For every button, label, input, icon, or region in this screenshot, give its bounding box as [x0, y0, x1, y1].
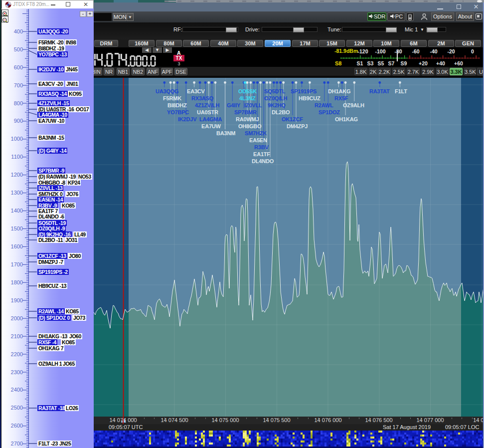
svg-text:BI8DHZ: BI8DHZ — [167, 102, 187, 108]
svg-text:G4IIY: G4IIY — [227, 102, 241, 108]
svg-text:YO7BPC: YO7BPC — [167, 109, 189, 115]
svg-text:-100: -100 — [375, 48, 385, 54]
svg-text:UA0STR: UA0STR — [197, 109, 218, 115]
svg-text:+60: +60 — [454, 60, 463, 66]
svg-text:OH8GBO: OH8GBO — [238, 123, 262, 129]
svg-text:R3BV: R3BV — [254, 144, 269, 150]
svg-text:4L3NZ: 4L3NZ — [239, 95, 256, 101]
svg-text:OK1ZCF: OK1ZCF — [282, 116, 303, 122]
svg-text:S9: S9 — [401, 60, 407, 66]
svg-text:OZ0Q/LH: OZ0Q/LH — [264, 95, 288, 101]
svg-text:-120: -120 — [357, 48, 368, 54]
svg-text:RX5F: RX5F — [334, 95, 348, 101]
svg-text:EA5EN: EA5EN — [249, 137, 267, 143]
svg-text:-80: -80 — [394, 48, 402, 54]
svg-text:S1: S1 — [357, 60, 363, 66]
svg-text:DL2BO: DL2BO — [272, 109, 290, 115]
svg-text:SQ5DTL: SQ5DTL — [264, 88, 286, 94]
svg-text:S7: S7 — [388, 60, 395, 66]
svg-text:EA1TF: EA1TF — [253, 151, 270, 157]
svg-text:0: 0 — [471, 48, 474, 54]
svg-text:BA3NM: BA3NM — [216, 130, 235, 136]
svg-text:DM4ZPJ: DM4ZPJ — [287, 123, 308, 129]
svg-text:SP1DOZ: SP1DOZ — [319, 109, 340, 115]
svg-text:4Z1ZV/LH: 4Z1ZV/LH — [195, 102, 219, 108]
svg-text:SP7BMR: SP7BMR — [234, 109, 257, 115]
svg-text:-40: -40 — [430, 48, 437, 54]
svg-text:IK2DJV: IK2DJV — [178, 116, 197, 122]
svg-text:-20: -20 — [447, 48, 455, 54]
svg-text:RX3ASQ: RX3ASQ — [191, 95, 214, 101]
svg-text:+20: +20 — [419, 60, 428, 66]
svg-text:SM7HZK: SM7HZK — [245, 130, 267, 136]
svg-text:DL4NDO: DL4NDO — [252, 158, 274, 164]
svg-text:OH1KAG: OH1KAG — [335, 116, 358, 122]
svg-text:SP1919PS: SP1919PS — [291, 88, 317, 94]
svg-text:HB9CUZ: HB9CUZ — [299, 95, 321, 101]
svg-text:R2AWL: R2AWL — [315, 102, 333, 108]
svg-text:EA7UW: EA7UW — [201, 123, 221, 129]
svg-text:IZ0VLL: IZ0VLL — [244, 102, 262, 108]
svg-text:EA3CV: EA3CV — [187, 88, 205, 94]
svg-text:RA0WMJ: RA0WMJ — [236, 116, 259, 122]
svg-text:OD5SK: OD5SK — [238, 88, 257, 94]
svg-text:LA4GMA: LA4GMA — [199, 116, 222, 122]
svg-text:DH1AKG: DH1AKG — [328, 88, 350, 94]
svg-text:RA3TAT: RA3TAT — [369, 88, 390, 94]
svg-text:S5: S5 — [378, 60, 384, 66]
svg-text:+40: +40 — [436, 60, 445, 66]
svg-text:UA3QQG: UA3QQG — [156, 88, 178, 94]
svg-text:S8: S8 — [335, 60, 341, 66]
svg-text:OZ9ALH: OZ9ALH — [343, 102, 364, 108]
svg-text:-81.9dBm: -81.9dBm — [334, 48, 358, 54]
svg-text:9K2HQ: 9K2HQ — [268, 102, 286, 108]
svg-text:S3: S3 — [367, 60, 374, 66]
svg-text:-60: -60 — [412, 48, 419, 54]
svg-text:F1LT: F1LT — [395, 88, 407, 94]
svg-text:F5RMK: F5RMK — [163, 95, 181, 101]
